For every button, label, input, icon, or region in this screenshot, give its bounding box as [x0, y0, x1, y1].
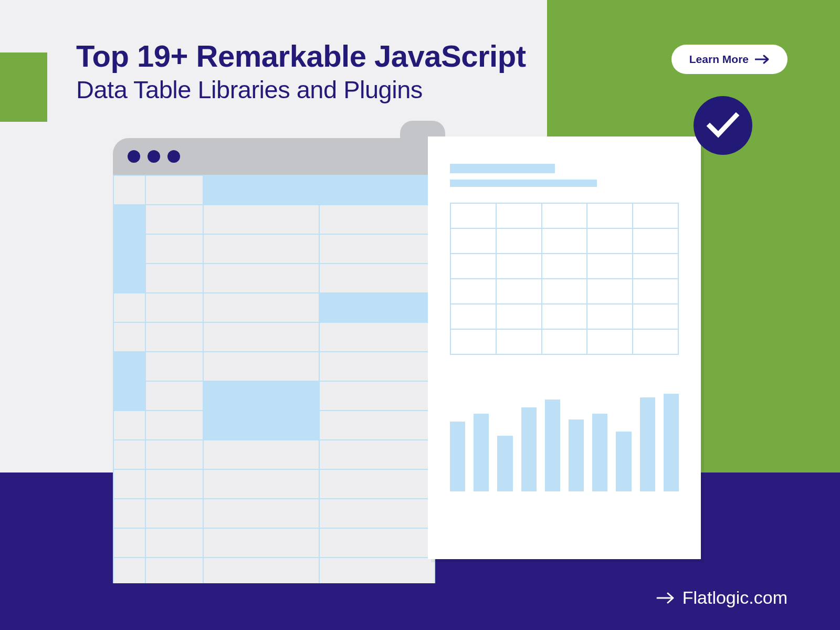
grid-cell: [587, 228, 633, 254]
table-cell: [145, 293, 203, 322]
grid-cell: [633, 228, 678, 254]
table-cell: [113, 234, 145, 264]
chart-bar: [569, 419, 584, 491]
table-cell: [203, 381, 319, 411]
table-cell: [113, 175, 145, 205]
grid-cell: [542, 203, 587, 228]
table-cell: [145, 499, 203, 528]
grid-cell: [587, 279, 633, 304]
doc-heading-placeholder: [450, 164, 555, 173]
table-cell: [203, 322, 319, 352]
table-cell: [113, 381, 145, 411]
chart-bar: [521, 407, 537, 491]
grid-cell: [450, 254, 496, 279]
grid-cell: [587, 304, 633, 329]
footer-site-link[interactable]: Flatlogic.com: [656, 587, 788, 608]
grid-cell: [542, 279, 587, 304]
table-cell: [145, 558, 203, 583]
table-cell: [113, 411, 145, 440]
browser-titlebar: [113, 138, 435, 175]
table-cell: [319, 469, 435, 499]
window-dot-icon: [167, 150, 180, 163]
arrow-right-icon: [755, 54, 770, 65]
grid-cell: [496, 329, 542, 354]
chart-bar: [664, 394, 679, 491]
chart-bar: [497, 436, 512, 491]
learn-more-button[interactable]: Learn More: [671, 45, 788, 74]
grid-cell: [450, 279, 496, 304]
grid-cell: [450, 203, 496, 228]
grid-cell: [587, 329, 633, 354]
table-cell: [113, 499, 145, 528]
table-cell: [145, 322, 203, 352]
table-cell: [203, 264, 319, 293]
table-cell: [319, 528, 435, 558]
table-cell: [203, 499, 319, 528]
grid-cell: [633, 254, 678, 279]
table-cell: [319, 322, 435, 352]
table-cell: [113, 293, 145, 322]
grid-cell: [542, 304, 587, 329]
table-cell: [203, 205, 319, 234]
table-cell: [319, 440, 435, 469]
doc-subheading-placeholder: [450, 180, 597, 187]
table-cell: [203, 440, 319, 469]
grid-cell: [496, 228, 542, 254]
grid-cell: [450, 329, 496, 354]
learn-more-label: Learn More: [689, 53, 749, 66]
table-cell: [145, 528, 203, 558]
table-cell: [203, 234, 319, 264]
table-cell: [113, 440, 145, 469]
chart-bar: [640, 397, 655, 491]
table-cell: [145, 352, 203, 381]
browser-table: [113, 175, 435, 583]
table-cell: [145, 411, 203, 440]
table-cell: [203, 558, 319, 583]
table-cell: [319, 558, 435, 583]
table-cell: [203, 469, 319, 499]
grid-cell: [633, 203, 678, 228]
grid-cell: [450, 228, 496, 254]
grid-cell: [496, 304, 542, 329]
table-cell: [319, 234, 435, 264]
arrow-right-icon: [656, 591, 675, 605]
grid-cell: [542, 329, 587, 354]
grid-cell: [496, 279, 542, 304]
headline-subtitle: Data Table Libraries and Plugins: [76, 75, 526, 104]
table-cell: [319, 352, 435, 381]
chart-bar: [616, 432, 631, 491]
checkmark-icon: [706, 111, 740, 140]
table-cell: [319, 499, 435, 528]
table-cell: [113, 558, 145, 583]
table-cell: [319, 205, 435, 234]
grid-cell: [587, 203, 633, 228]
grid-cell: [633, 279, 678, 304]
document-grid: [450, 203, 679, 355]
table-cell: [113, 352, 145, 381]
grid-cell: [542, 254, 587, 279]
table-cell: [203, 175, 319, 205]
chart-bar: [450, 422, 465, 491]
table-cell: [203, 352, 319, 381]
background-green-tab: [0, 52, 47, 122]
grid-cell: [450, 304, 496, 329]
table-cell: [145, 264, 203, 293]
chart-bar: [592, 414, 607, 491]
table-cell: [113, 322, 145, 352]
document-card-illustration: [428, 136, 701, 559]
window-dot-icon: [128, 150, 140, 163]
table-cell: [145, 175, 203, 205]
table-cell: [203, 293, 319, 322]
grid-cell: [496, 254, 542, 279]
table-cell: [145, 469, 203, 499]
table-cell: [145, 205, 203, 234]
grid-cell: [633, 304, 678, 329]
table-cell: [319, 381, 435, 411]
chart-bar: [545, 400, 560, 491]
table-cell: [319, 175, 435, 205]
table-cell: [319, 293, 435, 322]
table-cell: [145, 234, 203, 264]
table-cell: [319, 411, 435, 440]
document-bar-chart: [450, 392, 679, 491]
table-cell: [113, 205, 145, 234]
